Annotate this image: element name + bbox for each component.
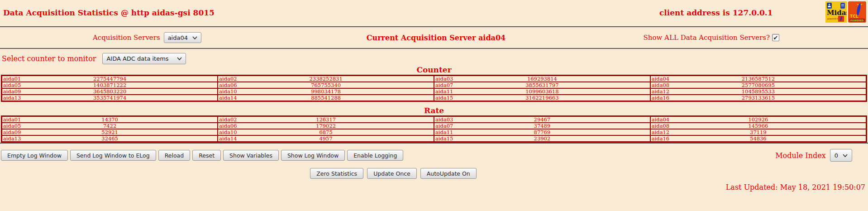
channel-name: aida03	[435, 76, 453, 82]
send-log-window-to-elog-button[interactable]: Send Log Window to ELog	[70, 150, 156, 161]
channel-name: aida01	[3, 117, 21, 122]
rate-cell: aida0114370	[2, 116, 218, 123]
channel-name: aida05	[3, 123, 21, 129]
rate-section-title: Rate	[0, 106, 868, 115]
counter-cell: aida14885541288	[218, 95, 434, 101]
channel-name: aida16	[652, 95, 669, 101]
svg-text:Midas: Midas	[827, 9, 847, 17]
channel-name: aida10	[219, 89, 237, 94]
counter-monitor-select[interactable]: AIDA ADC data items	[102, 53, 186, 64]
chevron-down-icon	[192, 36, 197, 39]
channel-value: 1099603618	[434, 89, 650, 94]
channel-name: aida15	[435, 136, 453, 141]
acquisition-server-select-value: aida04	[168, 34, 188, 41]
counter-cell: aida093645803220	[2, 88, 218, 95]
counter-monitor-select-value: AIDA ADC data items	[106, 55, 168, 62]
rate-cell: aida106875	[218, 129, 434, 135]
counter-cell: aida051403871222	[2, 82, 218, 88]
rate-cell: aida04102926	[650, 116, 867, 123]
acquisition-row: Acquisition Servers aida04 Current Acqui…	[0, 27, 868, 48]
channel-name: aida01	[3, 76, 21, 82]
midas-logo-icon: Midas powered by	[825, 1, 847, 23]
zero-statistics-button[interactable]: Zero Statistics	[310, 168, 363, 179]
show-all-servers-checkbox[interactable]: ✔	[772, 34, 779, 41]
rate-cell: aida0737489	[434, 123, 650, 129]
counter-cell: aida133535741974	[2, 95, 218, 101]
autoupdate-on-button[interactable]: AutoUpdate On	[420, 168, 477, 179]
counter-cell: aida111099603618	[434, 88, 650, 95]
channel-name: aida04	[652, 117, 669, 122]
channel-value: 1045895533	[651, 89, 866, 94]
module-index-select[interactable]: 0	[830, 149, 852, 162]
rate-cell: aida08145966	[650, 123, 867, 129]
channel-value: 765755340	[218, 82, 434, 88]
channel-name: aida13	[3, 136, 21, 141]
channel-value: 3645803220	[2, 89, 217, 94]
channel-value: 23902	[434, 136, 650, 141]
counter-cell: aida153162219663	[434, 95, 650, 101]
channel-value: 885541288	[218, 95, 434, 101]
tcl-powered-logo-icon: TCL POWERED	[848, 1, 866, 23]
counter-cell: aida022338252831	[218, 76, 434, 82]
channel-value: 102926	[651, 117, 866, 122]
reload-button[interactable]: Reload	[158, 150, 191, 161]
channel-value: 32465	[2, 136, 217, 141]
channel-value: 37119	[651, 129, 866, 135]
svg-text:TCL: TCL	[850, 14, 858, 19]
channel-value: 169293814	[434, 76, 650, 82]
channel-value: 52921	[2, 129, 217, 135]
channel-value: 2793133615	[651, 95, 866, 101]
counter-cell: aida121045895533	[650, 88, 867, 95]
channel-value: 2577080695	[651, 82, 866, 88]
channel-value: 2338252831	[218, 76, 434, 82]
counter-cell: aida06765755340	[218, 82, 434, 88]
show-variables-button[interactable]: Show Variables	[223, 150, 279, 161]
module-index-label: Module Index	[775, 151, 826, 160]
counter-cell: aida012275447794	[2, 76, 218, 82]
reset-button[interactable]: Reset	[192, 150, 221, 161]
channel-value: 2136587512	[651, 76, 866, 82]
channel-value: 4957	[218, 136, 434, 141]
channel-name: aida12	[652, 129, 669, 135]
channel-value: 7422	[2, 123, 217, 129]
rate-cell: aida0329467	[434, 116, 650, 123]
enable-logging-button[interactable]: Enable Logging	[347, 150, 403, 161]
module-index-group: Module Index 0	[775, 149, 868, 162]
rate-cell: aida144957	[218, 135, 434, 142]
client-address-text: client address is 127.0.0.1	[659, 8, 773, 17]
channel-name: aida08	[652, 82, 669, 88]
channel-name: aida03	[435, 117, 453, 122]
acquisition-server-select[interactable]: aida04	[164, 32, 201, 43]
rate-cell: aida1654836	[650, 135, 867, 142]
channel-name: aida08	[652, 123, 669, 129]
channel-value: 29467	[434, 117, 650, 122]
page-header: Data Acquisition Statistics @ http aidas…	[0, 0, 868, 26]
channel-value: 2275447794	[2, 76, 217, 82]
counter-cell: aida162793133615	[650, 95, 867, 101]
svg-text:POWERED: POWERED	[850, 19, 864, 22]
channel-value: 3535741974	[2, 95, 217, 101]
table-row: aida093645803220aida10998034178aida11109…	[2, 88, 867, 95]
last-updated-text: Last Updated: May 18, 2021 19:50:07	[0, 183, 868, 192]
table-row: aida0114370aida02126317aida0329467aida04…	[2, 116, 867, 123]
rate-table: aida0114370aida02126317aida0329467aida04…	[1, 115, 867, 143]
channel-name: aida12	[652, 89, 669, 94]
counter-cell: aida10998034178	[218, 88, 434, 95]
rate-cell: aida1187769	[434, 129, 650, 135]
counter-section-title: Counter	[0, 66, 868, 74]
show-log-window-button[interactable]: Show Log Window	[281, 150, 345, 161]
empty-log-window-button[interactable]: Empty Log Window	[1, 150, 68, 161]
channel-value: 145966	[651, 123, 866, 129]
rate-cell: aida1237119	[650, 129, 867, 135]
chevron-down-icon	[177, 57, 182, 60]
divider	[0, 48, 868, 49]
table-row: aida0952921aida106875aida1187769aida1237…	[2, 129, 867, 135]
checkmark-icon: ✔	[773, 34, 778, 41]
counter-cell: aida073855631797	[434, 82, 650, 88]
update-once-button[interactable]: Update Once	[367, 168, 417, 179]
counter-table: aida012275447794aida022338252831aida0316…	[1, 75, 867, 102]
rate-cell: aida0952921	[2, 129, 218, 135]
channel-name: aida11	[435, 129, 453, 135]
channel-value: 3855631797	[434, 82, 650, 88]
counter-select-row: Select counter to monitor AIDA ADC data …	[0, 53, 868, 64]
